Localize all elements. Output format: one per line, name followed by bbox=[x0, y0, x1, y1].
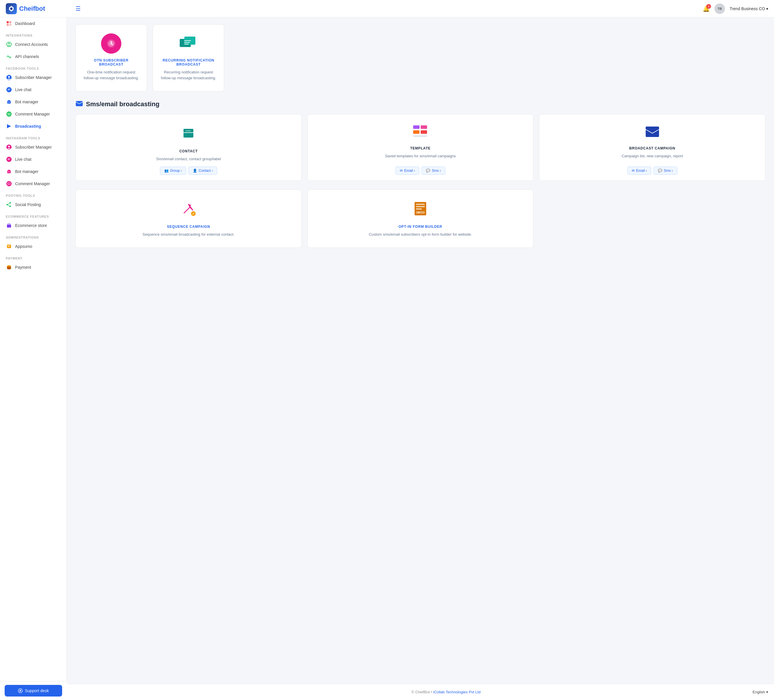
business-name: Trend Business CO bbox=[729, 7, 765, 11]
broadcast-sms-icon: 💬 bbox=[658, 168, 662, 173]
sidebar-item-social-posting[interactable]: Social Posting bbox=[0, 198, 66, 211]
svg-point-25 bbox=[7, 181, 12, 186]
svg-point-15 bbox=[8, 102, 9, 102]
sidebar-item-payment[interactable]: Payment bbox=[0, 261, 66, 273]
svg-rect-53 bbox=[413, 135, 427, 137]
appsumo-icon bbox=[6, 243, 12, 249]
logo-text: Cheifbot bbox=[19, 5, 45, 13]
logo: Cheifbot bbox=[6, 3, 69, 14]
sidebar-item-fb-comment[interactable]: Comment Manager bbox=[0, 108, 66, 120]
sidebar-item-ecommerce[interactable]: Ecommerce store bbox=[0, 220, 66, 231]
sms-cards-grid: CONTACT Sms/email contact, contact group… bbox=[76, 114, 765, 181]
optin-desc: Custom sms/email subscribers opt-in form… bbox=[369, 231, 472, 238]
sidebar-bottom: Support desk bbox=[0, 681, 67, 700]
svg-rect-49 bbox=[413, 125, 420, 129]
app-header: Cheifbot ☰ 🔔 0 TB Trend Business CO ▾ bbox=[0, 0, 774, 17]
contact-contact-btn[interactable]: 👤 Contact › bbox=[189, 167, 217, 175]
otn-title: OTN SUBSCRIBER BROADCAST bbox=[81, 58, 141, 66]
sidebar-item-connect-accounts[interactable]: Connect Accounts bbox=[0, 38, 66, 51]
ig-subscriber-icon bbox=[6, 144, 12, 150]
otn-desc: One-time notification request follow-up … bbox=[81, 69, 141, 81]
sequence-desc: Sequence sms/email broadcasting for exte… bbox=[142, 231, 235, 238]
contact-actions: 👥 Group › 👤 Contact › bbox=[160, 167, 217, 175]
svg-rect-32 bbox=[8, 224, 10, 225]
social-posting-label: Social Posting bbox=[15, 202, 41, 207]
recurring-desc: Recurring notification request follow-up… bbox=[159, 69, 218, 81]
messenger-cards-grid: OTN SUBSCRIBER BROADCAST One-time notifi… bbox=[76, 25, 765, 91]
sidebar-item-dashboard[interactable]: Dashboard bbox=[0, 17, 66, 30]
otn-icon-wrap bbox=[101, 33, 121, 54]
svg-point-28 bbox=[7, 204, 8, 205]
ig-comment-icon bbox=[6, 180, 12, 187]
sms-cards-grid-2: SEQUENCE CAMPAIGN Sequence sms/email bro… bbox=[76, 190, 765, 248]
svg-point-24 bbox=[9, 172, 10, 172]
user-avatar[interactable]: TB bbox=[714, 3, 725, 14]
svg-rect-6 bbox=[7, 24, 9, 26]
broadcast-title: BROADCAST CAMPAIGN bbox=[629, 146, 675, 150]
contact-title: CONTACT bbox=[179, 149, 198, 153]
sidebar-item-ig-subscriber[interactable]: Subscriber Manager bbox=[0, 141, 66, 153]
sidebar-item-ig-botmanager[interactable]: Bot manager bbox=[0, 165, 66, 178]
language-selector[interactable]: English ▾ bbox=[752, 690, 768, 694]
template-email-icon: ✉ bbox=[400, 168, 403, 173]
optin-card: OPT-IN FORM BUILDER Custom sms/email sub… bbox=[308, 190, 534, 248]
contact-card: CONTACT Sms/email contact, contact group… bbox=[76, 114, 302, 181]
fb-subscriber-label: Subscriber Manager bbox=[15, 75, 52, 80]
template-email-btn[interactable]: ✉ Email › bbox=[395, 167, 419, 175]
facebook-section: FACEBOOK TOOLS bbox=[0, 63, 66, 71]
template-sms-btn[interactable]: 💬 Sms › bbox=[422, 167, 445, 175]
ecommerce-section: ECOMMERCE FEATURES bbox=[0, 211, 66, 220]
broadcast-email-btn[interactable]: ✉ Email › bbox=[627, 167, 651, 175]
sidebar-item-ig-comment[interactable]: Comment Manager bbox=[0, 178, 66, 190]
recurring-title: RECURRING NOTIFICATION BROADCAST bbox=[159, 58, 218, 66]
payment-label: Payment bbox=[15, 265, 31, 270]
contact-group-btn[interactable]: 👥 Group › bbox=[160, 167, 186, 175]
ig-livechat-icon bbox=[6, 156, 12, 162]
broadcast-sms-btn[interactable]: 💬 Sms › bbox=[653, 167, 677, 175]
header-right: 🔔 0 TB Trend Business CO ▾ bbox=[703, 3, 768, 14]
contact-btn-label: Contact › bbox=[198, 168, 213, 173]
logo-icon bbox=[6, 3, 17, 14]
svg-rect-7 bbox=[9, 24, 11, 26]
business-selector[interactable]: Trend Business CO ▾ bbox=[729, 7, 768, 11]
footer-company-link[interactable]: iCollab Technologies Pvt Ltd bbox=[433, 690, 480, 694]
broadcast-email-label: Email › bbox=[636, 168, 647, 173]
appsumo-label: Appsumo bbox=[15, 244, 32, 249]
svg-rect-50 bbox=[421, 125, 427, 129]
support-desk-button[interactable]: Support desk bbox=[5, 685, 62, 697]
sidebar-item-ig-livechat[interactable]: Live chat bbox=[0, 153, 66, 165]
svg-line-30 bbox=[8, 205, 10, 206]
footer-copyright: © CheifBot • iCollab Technologies Pvt Lt… bbox=[139, 690, 752, 694]
group-btn-icon: 👥 bbox=[164, 168, 169, 173]
ig-botmanager-label: Bot manager bbox=[15, 169, 38, 174]
sms-heading: Sms/email broadcasting bbox=[76, 100, 765, 108]
fb-broadcasting-icon bbox=[6, 123, 12, 129]
fb-livechat-icon bbox=[6, 86, 12, 93]
dashboard-icon bbox=[6, 20, 12, 27]
svg-line-29 bbox=[8, 203, 10, 204]
sidebar-item-fb-broadcasting[interactable]: Broadcasting bbox=[0, 120, 66, 132]
sidebar-item-fb-livechat[interactable]: Live chat bbox=[0, 84, 66, 96]
sidebar-item-fb-subscriber[interactable]: Subscriber Manager bbox=[0, 71, 66, 84]
business-dropdown-icon: ▾ bbox=[766, 7, 768, 11]
svg-point-1 bbox=[10, 8, 13, 10]
sidebar-item-api-channels[interactable]: API channels bbox=[0, 51, 66, 63]
sidebar-item-appsumo[interactable]: Appsumo bbox=[0, 240, 66, 253]
broadcast-icon-wrap bbox=[642, 123, 663, 142]
fb-botmanager-icon bbox=[6, 99, 12, 105]
svg-point-16 bbox=[9, 102, 10, 102]
ig-livechat-label: Live chat bbox=[15, 157, 31, 162]
svg-rect-48 bbox=[184, 129, 194, 137]
sidebar-item-fb-botmanager[interactable]: Bot manager bbox=[0, 96, 66, 108]
broadcast-desc: Campaign list, new campaign, report bbox=[622, 153, 683, 159]
connect-accounts-icon bbox=[6, 41, 12, 48]
fb-broadcasting-label: Broadcasting bbox=[15, 124, 41, 129]
notification-bell[interactable]: 🔔 0 bbox=[703, 5, 710, 12]
svg-rect-52 bbox=[421, 130, 427, 134]
svg-rect-4 bbox=[7, 21, 9, 23]
svg-rect-57 bbox=[416, 204, 425, 205]
connect-accounts-label: Connect Accounts bbox=[15, 42, 48, 47]
ig-subscriber-label: Subscriber Manager bbox=[15, 145, 52, 149]
svg-point-19 bbox=[8, 146, 10, 147]
hamburger-button[interactable]: ☰ bbox=[76, 5, 81, 12]
